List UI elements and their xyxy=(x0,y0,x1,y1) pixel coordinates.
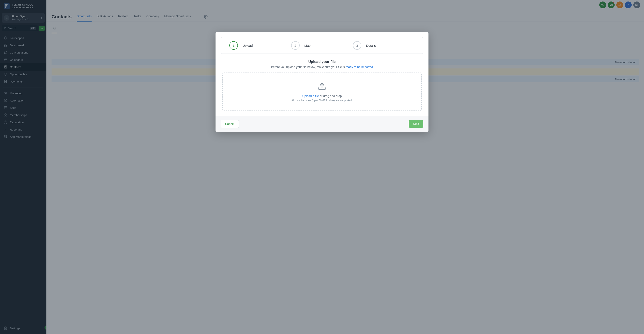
upload-sub-prefix: Before you upload your file below, make … xyxy=(271,65,346,69)
step-label: Map xyxy=(304,44,310,47)
dropzone-text: Upload a file or drag and drop xyxy=(227,94,417,98)
modal-overlay[interactable]: 1 Upload 2 Map 3 Details Upload your fil… xyxy=(0,0,644,334)
stepper: 1 Upload 2 Map 3 Details xyxy=(221,37,423,54)
dropzone[interactable]: Upload a file or drag and drop All .csv … xyxy=(222,73,422,111)
step-upload: 1 Upload xyxy=(229,41,291,50)
app-root: FLIGHT SCHOOL CRM SOFTWARE Airport Sync … xyxy=(0,0,644,334)
dropzone-text-rest: or drag and drop xyxy=(319,94,342,98)
next-button[interactable]: Next xyxy=(409,120,423,128)
upload-subtitle: Before you upload your file below, make … xyxy=(221,65,423,69)
import-modal: 1 Upload 2 Map 3 Details Upload your fil… xyxy=(216,32,428,132)
step-label: Details xyxy=(366,44,376,47)
cancel-button[interactable]: Cancel xyxy=(221,120,239,128)
modal-body: 1 Upload 2 Map 3 Details Upload your fil… xyxy=(216,32,428,116)
upload-icon xyxy=(227,82,417,91)
dropzone-hint: All .csv file types (upto 50MB in size) … xyxy=(227,99,417,102)
step-number: 2 xyxy=(291,41,300,50)
step-details: 3 Details xyxy=(353,41,415,50)
ready-link[interactable]: ready to be imported xyxy=(346,65,373,69)
step-map: 2 Map xyxy=(291,41,353,50)
upload-title: Upload your file xyxy=(221,60,423,64)
step-number: 1 xyxy=(229,41,238,50)
upload-file-link[interactable]: Upload a file xyxy=(302,94,319,98)
step-number: 3 xyxy=(353,41,362,50)
modal-footer: Cancel Next xyxy=(216,116,428,132)
step-label: Upload xyxy=(242,44,253,47)
